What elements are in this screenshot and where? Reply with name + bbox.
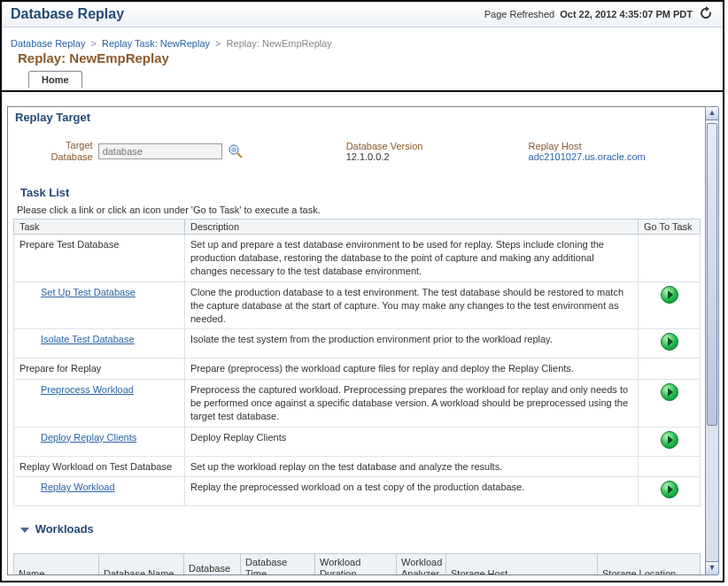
- desc-isolate-test-db: Isolate the test system from the product…: [185, 329, 639, 359]
- go-icon[interactable]: [661, 333, 678, 351]
- wk-col-name: Name: [14, 554, 99, 575]
- breadcrumb: Database Replay > Replay Task: NewReplay…: [2, 27, 723, 50]
- desc-setup-test-db: Clone the production database to a test …: [185, 281, 639, 329]
- desc-replay-workload: Set up the workload replay on the test d…: [185, 456, 639, 477]
- link-isolate-test-db[interactable]: Isolate Test Database: [19, 334, 135, 344]
- task-prepare-replay: Prepare for Replay: [14, 359, 185, 380]
- go-icon[interactable]: [661, 481, 678, 498]
- refresh-icon[interactable]: [698, 5, 714, 23]
- desc-preprocess-workload: Preprocess the captured workload. Prepro…: [185, 380, 639, 428]
- wk-col-dbtime: Database Time (hh:mm:ss): [241, 554, 315, 575]
- db-version-label: Database Version: [346, 141, 423, 151]
- section-replay-target: Replay Target: [8, 107, 706, 127]
- go-icon[interactable]: [661, 431, 678, 449]
- breadcrumb-root[interactable]: Database Replay: [11, 38, 85, 49]
- desc-replay-workload-sub: Replay the preprocessed workload on a te…: [185, 477, 639, 506]
- task-list-instructions: Please click a link or click an icon und…: [13, 203, 701, 219]
- scroll-thumb[interactable]: [707, 123, 717, 426]
- section-workloads: Workloads: [35, 522, 94, 536]
- desc-col-header: Description: [185, 220, 639, 235]
- task-col-header: Task: [14, 220, 185, 235]
- section-task-list: Task List: [13, 182, 701, 203]
- page-refreshed-label: Page Refreshed: [484, 9, 555, 19]
- page-title: Database Replay: [11, 6, 124, 22]
- breadcrumb-task[interactable]: Replay Task: NewReplay: [102, 38, 210, 49]
- breadcrumb-current: Replay: NewEmpReplay: [227, 38, 332, 49]
- wk-col-report: Workload Analyzer Report: [397, 554, 446, 575]
- desc-deploy-clients: Deploy Replay Clients: [185, 427, 639, 456]
- scroll-down-icon[interactable]: ▼: [706, 561, 718, 574]
- goto-col-header: Go To Task: [639, 220, 701, 235]
- desc-prepare-replay: Prepare (preprocess) the workload captur…: [185, 359, 639, 380]
- wk-col-sloc: Storage Location: [598, 554, 701, 575]
- svg-line-2: [237, 153, 242, 158]
- target-database-field[interactable]: [98, 143, 222, 159]
- chevron-down-icon[interactable]: [20, 528, 29, 533]
- go-icon[interactable]: [661, 286, 678, 304]
- link-replay-workload[interactable]: Replay Workload: [19, 482, 115, 492]
- scroll-up-icon[interactable]: ▲: [706, 107, 718, 120]
- go-icon[interactable]: [661, 383, 678, 401]
- target-database-label: Target Database: [43, 140, 93, 163]
- scrollbar[interactable]: ▲ ▼: [705, 106, 719, 575]
- replay-name-heading: Replay: NewEmpReplay: [2, 50, 723, 71]
- link-setup-test-db[interactable]: Set Up Test Database: [19, 287, 136, 297]
- link-preprocess-workload[interactable]: Preprocess Workload: [19, 384, 134, 395]
- wk-col-dbname: Database Name: [99, 554, 184, 575]
- replay-host-label: Replay Host: [529, 141, 582, 151]
- wk-col-dur: Workload Duration (hh:mm:ss): [315, 554, 397, 575]
- replay-host-link[interactable]: adc2101027.us.oracle.com: [529, 151, 646, 162]
- page-refreshed-time: Oct 22, 2012 4:35:07 PM PDT: [560, 9, 693, 19]
- task-replay-workload: Replay Workload on Test Database: [14, 456, 185, 477]
- db-version-value: 12.1.0.0.2: [346, 151, 390, 162]
- task-prepare-test-db: Prepare Test Database: [14, 235, 185, 282]
- svg-point-1: [231, 147, 236, 152]
- wk-col-dbver: Database Version: [184, 554, 241, 575]
- link-deploy-clients[interactable]: Deploy Replay Clients: [19, 432, 136, 443]
- tab-home[interactable]: Home: [28, 71, 82, 88]
- search-icon[interactable]: [228, 143, 244, 159]
- wk-col-shost: Storage Host: [446, 554, 598, 575]
- task-prepare-test-db-desc: Set up and prepare a test database envir…: [185, 235, 639, 282]
